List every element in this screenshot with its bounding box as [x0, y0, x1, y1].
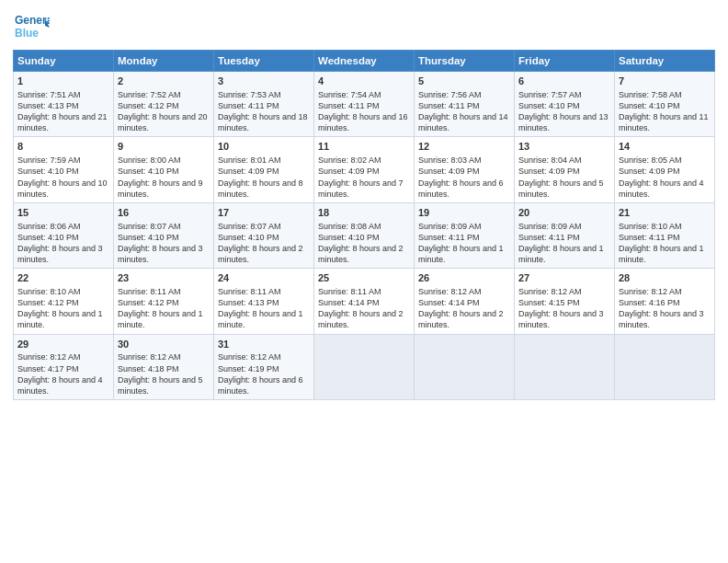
weekday-header: Sunday — [14, 51, 114, 72]
sunset-text: Sunset: 4:19 PM — [218, 364, 279, 373]
daylight-text: Daylight: 8 hours and 14 minutes. — [418, 112, 508, 132]
daylight-text: Daylight: 8 hours and 3 minutes. — [518, 309, 604, 329]
day-number: 19 — [418, 206, 510, 220]
sunset-text: Sunset: 4:12 PM — [118, 298, 179, 307]
calendar-cell: 21Sunrise: 8:10 AMSunset: 4:11 PMDayligh… — [615, 202, 715, 268]
daylight-text: Daylight: 8 hours and 18 minutes. — [218, 112, 308, 132]
calendar-week-row: 8Sunrise: 7:59 AMSunset: 4:10 PMDaylight… — [14, 137, 715, 202]
calendar-cell: 11Sunrise: 8:02 AMSunset: 4:09 PMDayligh… — [314, 137, 415, 202]
daylight-text: Daylight: 8 hours and 1 minute. — [118, 309, 203, 329]
daylight-text: Daylight: 8 hours and 9 minutes. — [118, 178, 203, 199]
sunrise-text: Sunrise: 7:57 AM — [518, 90, 582, 99]
daylight-text: Daylight: 8 hours and 6 minutes. — [418, 178, 504, 199]
sunset-text: Sunset: 4:12 PM — [118, 101, 179, 110]
day-number: 7 — [619, 75, 711, 88]
daylight-text: Daylight: 8 hours and 5 minutes. — [518, 178, 604, 199]
day-number: 26 — [418, 271, 510, 285]
calendar-cell: 9Sunrise: 8:00 AMSunset: 4:10 PMDaylight… — [114, 137, 214, 202]
sunrise-text: Sunrise: 8:12 AM — [518, 287, 582, 296]
calendar-week-row: 15Sunrise: 8:06 AMSunset: 4:10 PMDayligh… — [14, 202, 715, 268]
sunset-text: Sunset: 4:10 PM — [518, 101, 580, 110]
sunrise-text: Sunrise: 8:11 AM — [218, 287, 281, 296]
day-number: 24 — [218, 271, 310, 285]
logo: GeneralBlue — [13, 9, 50, 42]
day-number: 30 — [118, 338, 210, 351]
daylight-text: Daylight: 8 hours and 7 minutes. — [318, 178, 404, 199]
day-number: 5 — [418, 75, 510, 88]
daylight-text: Daylight: 8 hours and 4 minutes. — [619, 178, 704, 199]
sunset-text: Sunset: 4:09 PM — [518, 167, 580, 176]
calendar-cell: 12Sunrise: 8:03 AMSunset: 4:09 PMDayligh… — [415, 137, 515, 202]
sunrise-text: Sunrise: 8:12 AM — [118, 352, 181, 362]
day-number: 15 — [17, 206, 109, 220]
sunset-text: Sunset: 4:11 PM — [218, 101, 279, 110]
daylight-text: Daylight: 8 hours and 1 minute. — [218, 309, 303, 329]
calendar-cell: 26Sunrise: 8:12 AMSunset: 4:14 PMDayligh… — [415, 269, 515, 334]
day-number: 22 — [17, 271, 109, 285]
sunset-text: Sunset: 4:16 PM — [619, 298, 680, 307]
calendar-cell: 10Sunrise: 8:01 AMSunset: 4:09 PMDayligh… — [214, 137, 314, 202]
calendar-cell: 24Sunrise: 8:11 AMSunset: 4:13 PMDayligh… — [214, 269, 314, 334]
sunrise-text: Sunrise: 8:07 AM — [118, 222, 181, 231]
daylight-text: Daylight: 8 hours and 13 minutes. — [518, 112, 609, 132]
weekday-header-row: SundayMondayTuesdayWednesdayThursdayFrid… — [14, 51, 715, 72]
day-number: 10 — [218, 140, 310, 154]
daylight-text: Daylight: 8 hours and 1 minute. — [619, 244, 704, 264]
daylight-text: Daylight: 8 hours and 3 minutes. — [118, 244, 203, 264]
weekday-header: Saturday — [615, 51, 715, 72]
sunset-text: Sunset: 4:18 PM — [118, 364, 179, 373]
day-number: 9 — [118, 140, 210, 154]
day-number: 4 — [318, 75, 410, 88]
daylight-text: Daylight: 8 hours and 8 minutes. — [218, 178, 303, 199]
day-number: 14 — [619, 140, 711, 154]
calendar-cell: 18Sunrise: 8:08 AMSunset: 4:10 PMDayligh… — [314, 202, 415, 268]
weekday-header: Tuesday — [214, 51, 314, 72]
day-number: 13 — [518, 140, 610, 154]
day-number: 28 — [619, 271, 711, 285]
daylight-text: Daylight: 8 hours and 11 minutes. — [619, 112, 709, 132]
daylight-text: Daylight: 8 hours and 1 minute. — [17, 309, 103, 329]
sunrise-text: Sunrise: 8:05 AM — [619, 155, 682, 165]
day-number: 17 — [218, 206, 310, 220]
sunrise-text: Sunrise: 8:11 AM — [318, 287, 381, 296]
day-number: 18 — [318, 206, 410, 220]
day-number: 12 — [418, 140, 510, 154]
sunrise-text: Sunrise: 8:01 AM — [218, 155, 281, 165]
calendar-cell: 16Sunrise: 8:07 AMSunset: 4:10 PMDayligh… — [114, 202, 214, 268]
sunrise-text: Sunrise: 7:59 AM — [17, 155, 81, 165]
daylight-text: Daylight: 8 hours and 16 minutes. — [318, 112, 408, 132]
calendar-cell — [314, 334, 415, 399]
daylight-text: Daylight: 8 hours and 5 minutes. — [118, 375, 203, 396]
calendar-cell: 31Sunrise: 8:12 AMSunset: 4:19 PMDayligh… — [214, 334, 314, 399]
daylight-text: Daylight: 8 hours and 3 minutes. — [619, 309, 704, 329]
daylight-text: Daylight: 8 hours and 2 minutes. — [218, 244, 303, 264]
sunset-text: Sunset: 4:10 PM — [218, 233, 279, 242]
sunset-text: Sunset: 4:10 PM — [17, 233, 79, 242]
weekday-header: Monday — [114, 51, 214, 72]
sunrise-text: Sunrise: 8:09 AM — [418, 222, 482, 231]
calendar-cell — [415, 334, 515, 399]
calendar-cell: 30Sunrise: 8:12 AMSunset: 4:18 PMDayligh… — [114, 334, 214, 399]
sunset-text: Sunset: 4:14 PM — [418, 298, 480, 307]
calendar-week-row: 1Sunrise: 7:51 AMSunset: 4:13 PMDaylight… — [14, 72, 715, 137]
calendar-week-row: 29Sunrise: 8:12 AMSunset: 4:17 PMDayligh… — [14, 334, 715, 399]
day-number: 1 — [17, 75, 109, 88]
calendar-cell: 15Sunrise: 8:06 AMSunset: 4:10 PMDayligh… — [14, 202, 114, 268]
calendar-cell: 14Sunrise: 8:05 AMSunset: 4:09 PMDayligh… — [615, 137, 715, 202]
sunset-text: Sunset: 4:11 PM — [619, 233, 680, 242]
weekday-header: Wednesday — [314, 51, 415, 72]
sunset-text: Sunset: 4:15 PM — [518, 298, 580, 307]
sunrise-text: Sunrise: 7:53 AM — [218, 90, 281, 99]
calendar-cell: 20Sunrise: 8:09 AMSunset: 4:11 PMDayligh… — [515, 202, 615, 268]
sunset-text: Sunset: 4:10 PM — [318, 233, 380, 242]
svg-text:General: General — [15, 14, 50, 27]
sunset-text: Sunset: 4:10 PM — [118, 233, 179, 242]
daylight-text: Daylight: 8 hours and 2 minutes. — [318, 309, 404, 329]
sunset-text: Sunset: 4:09 PM — [218, 167, 279, 176]
sunrise-text: Sunrise: 8:10 AM — [17, 287, 81, 296]
day-number: 8 — [17, 140, 109, 154]
day-number: 23 — [118, 271, 210, 285]
weekday-header: Thursday — [415, 51, 515, 72]
sunset-text: Sunset: 4:10 PM — [118, 167, 179, 176]
sunrise-text: Sunrise: 7:52 AM — [118, 90, 181, 99]
